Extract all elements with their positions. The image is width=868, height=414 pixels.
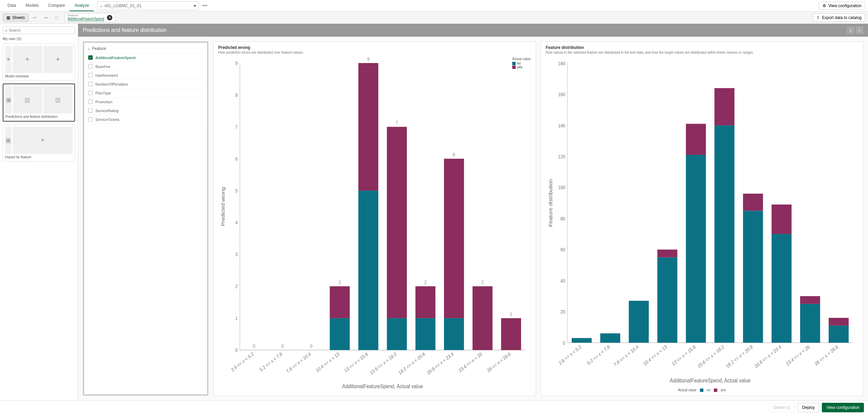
svg-rect-62	[629, 301, 649, 343]
sheet-card-model-overview[interactable]: ✦ ✦ ✦ Model overview	[3, 43, 75, 81]
svg-text:5: 5	[235, 188, 238, 194]
top-tabs: Data Models Compare Analyze	[3, 0, 94, 11]
search-icon: ⌕	[88, 46, 90, 51]
selection-forward-icon[interactable]: ⤻	[41, 13, 50, 22]
checkbox[interactable]	[88, 64, 93, 69]
feature-item[interactable]: NumberOfPenalties	[88, 80, 204, 89]
svg-text:8: 8	[235, 92, 238, 98]
legend-title: Actual value	[512, 57, 531, 61]
feature-name: HasRenewed	[95, 73, 118, 77]
view-config-label: View configuration	[828, 3, 862, 8]
svg-text:AdditionalFeatureSpend, Actual: AdditionalFeatureSpend, Actual value	[670, 377, 751, 383]
svg-rect-70	[714, 125, 734, 343]
sheet-title: Impact by feature	[5, 155, 73, 159]
checkbox[interactable]	[88, 82, 93, 86]
svg-rect-58	[572, 338, 592, 343]
view-configuration-button-top[interactable]: ⚙ View configuration	[819, 2, 865, 10]
next-sheet-button[interactable]: ›	[856, 26, 863, 34]
thumb-placeholder: ✦	[43, 46, 73, 73]
feature-filter-chip[interactable]: Feature AdditionalFeatureSpend ✕	[64, 13, 115, 22]
page-title: Predictions and feature distribution	[83, 27, 166, 33]
footer: Delete v1 Deploy View configuration	[0, 400, 868, 414]
tab-data[interactable]: Data	[3, 0, 21, 11]
main-layout: ⌕ My own (3) ✦ ✦ ✦ Model overview ▣ ▥ ▥ …	[0, 24, 868, 400]
feature-item[interactable]: BaseFee	[88, 62, 204, 71]
checkbox[interactable]	[88, 91, 93, 95]
tab-compare[interactable]: Compare	[43, 0, 70, 11]
content: Predictions and feature distribution ‹ ›…	[78, 24, 868, 400]
svg-text:20: 20	[560, 309, 565, 314]
legend-label-yes: yes	[721, 388, 726, 392]
feature-chip-value: AdditionalFeatureSpend	[68, 17, 104, 21]
search-icon: ⌕	[100, 3, 103, 8]
svg-text:23.4 <= x < 26: 23.4 <= x < 26	[458, 352, 483, 374]
chart-legend-bottom: Actual value no yes	[546, 388, 858, 392]
svg-rect-79	[800, 304, 820, 343]
feature-name: AdditionalFeatureSpend	[95, 56, 135, 60]
view-configuration-button[interactable]: View configuration	[822, 403, 864, 412]
dashboard: ⌕ Feature ✓AdditionalFeatureSpendBaseFee…	[78, 37, 868, 400]
sheets-button[interactable]: ▦ Sheets	[3, 14, 29, 22]
page-header: Predictions and feature distribution ‹ ›	[78, 24, 868, 37]
svg-text:3: 3	[235, 252, 238, 257]
checkbox[interactable]: ✓	[88, 55, 93, 60]
svg-text:20.8 <= x < 23.4: 20.8 <= x < 23.4	[426, 351, 455, 376]
legend-swatch-yes	[512, 66, 516, 69]
predicted-wrong-chart: Predicted wrong How prediction errors ar…	[213, 41, 536, 396]
sheet-card-predictions[interactable]: ▣ ▥ ▥ Predictions and feature distributi…	[3, 84, 75, 122]
svg-text:0: 0	[281, 343, 284, 349]
checkbox[interactable]	[88, 117, 93, 122]
svg-text:10.4 <= x < 13: 10.4 <= x < 13	[315, 352, 340, 374]
svg-text:23.4 <= x < 26: 23.4 <= x < 26	[785, 344, 811, 367]
svg-rect-34	[444, 318, 464, 350]
sheet-card-impact[interactable]: ▣ ✦ Impact by feature	[3, 124, 75, 162]
export-data-button[interactable]: ⇪ Export data to catalog	[813, 14, 865, 22]
export-label: Export data to catalog	[822, 15, 862, 20]
tab-analyze[interactable]: Analyze	[70, 0, 94, 11]
feature-item[interactable]: Promotion	[88, 97, 204, 106]
deploy-button[interactable]: Deploy	[798, 403, 819, 412]
svg-text:0: 0	[253, 343, 255, 349]
checkbox[interactable]	[88, 108, 93, 113]
svg-text:15.6 <= x < 18.2: 15.6 <= x < 18.2	[697, 344, 725, 369]
thumb-bar-icon: ▥	[43, 86, 73, 113]
feature-item[interactable]: ServiceRating	[88, 106, 204, 115]
svg-text:120: 120	[558, 154, 565, 159]
svg-text:18.2 <= x < 20.8: 18.2 <= x < 20.8	[725, 344, 754, 369]
prev-sheet-button[interactable]: ‹	[847, 26, 854, 34]
thumb-bar-icon: ▥	[13, 86, 42, 113]
more-icon[interactable]: •••	[202, 3, 208, 8]
close-icon[interactable]: ✕	[107, 15, 112, 20]
tab-models[interactable]: Models	[21, 0, 43, 11]
svg-rect-80	[800, 296, 820, 304]
secondary-toolbar: ▦ Sheets ⤺ ⤻ ◌ Feature AdditionalFeature…	[0, 12, 868, 24]
svg-rect-67	[686, 155, 706, 343]
feature-chip-label: Feature	[68, 14, 104, 17]
smart-select-icon[interactable]: ◌	[52, 13, 61, 22]
svg-text:180: 180	[558, 61, 565, 66]
feature-name: NumberOfPenalties	[95, 82, 128, 86]
svg-text:AdditionalFeatureSpend, Actual: AdditionalFeatureSpend, Actual value	[342, 383, 423, 390]
model-selector-value: v01_LGBMC_01_01	[105, 3, 142, 8]
search-icon: ⌕	[5, 28, 7, 33]
search-input[interactable]	[9, 28, 73, 32]
svg-text:Feature distribution: Feature distribution	[548, 179, 553, 227]
sheets-search[interactable]: ⌕	[3, 26, 75, 34]
svg-text:0: 0	[235, 347, 238, 353]
svg-text:1: 1	[510, 311, 512, 317]
feature-list-panel: ⌕ Feature ✓AdditionalFeatureSpendBaseFee…	[83, 41, 208, 396]
model-selector[interactable]: ⌕ v01_LGBMC_01_01 ▾	[97, 1, 199, 10]
feature-item[interactable]: ✓AdditionalFeatureSpend	[88, 53, 204, 62]
sheets-label: Sheets	[12, 15, 25, 20]
selection-back-icon[interactable]: ⤺	[31, 13, 39, 22]
checkbox[interactable]	[88, 100, 93, 104]
feature-item[interactable]: ServiceTickets	[88, 115, 204, 124]
sheet-title: Model overview	[5, 74, 73, 78]
checkbox[interactable]	[88, 73, 93, 77]
my-own-label: My own (3)	[3, 37, 75, 41]
feature-item[interactable]: HasRenewed	[88, 71, 204, 80]
svg-rect-74	[743, 194, 763, 211]
feature-item[interactable]: PlanType	[88, 89, 204, 97]
svg-text:13 <= x < 15.6: 13 <= x < 15.6	[344, 352, 369, 374]
feature-name: Promotion	[95, 100, 112, 104]
